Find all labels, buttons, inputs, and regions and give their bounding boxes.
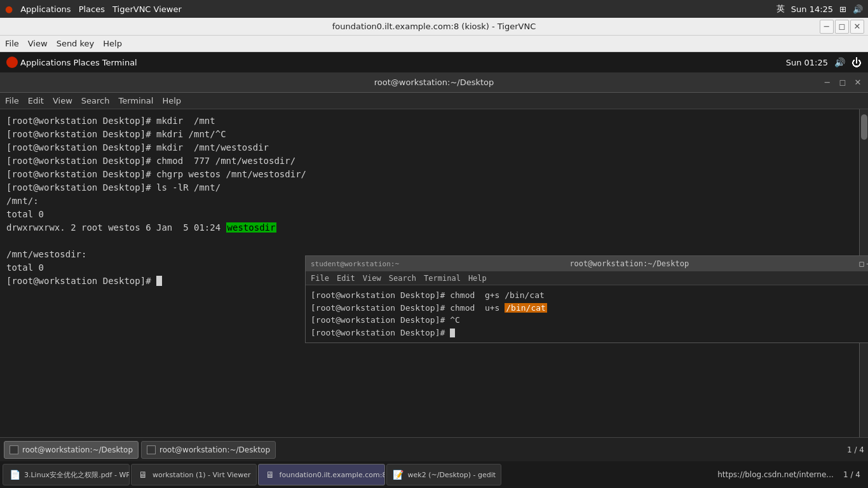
- st-menu-help[interactable]: Help: [468, 274, 487, 283]
- vnc-minimize-button[interactable]: −: [820, 20, 834, 34]
- sys-network-icon: ⊞: [839, 4, 846, 14]
- sys-task-gedit-label: wek2 (~/Desktop) - gedit: [408, 471, 496, 479]
- gedit-icon: 📝: [392, 468, 405, 481]
- vnc-menubar: File View Send key Help: [0, 36, 868, 52]
- vnc-menu-help[interactable]: Help: [103, 39, 122, 48]
- sys-vnc-viewer-menu[interactable]: TigerVNC Viewer: [112, 4, 182, 14]
- sys-volume-icon: 🔊: [853, 4, 863, 14]
- vnc-taskbar: root@workstation:~/Desktop root@workstat…: [0, 437, 868, 461]
- terminal-title: root@workstation:~/Desktop: [374, 78, 494, 87]
- terminal-window: root@workstation:~/Desktop − ◻ ✕ File Ed…: [0, 72, 868, 437]
- taskbar-terminal-icon1: [10, 445, 18, 454]
- term-line: [root@workstation Desktop]# mkdri /mnt/^…: [6, 128, 855, 141]
- terminal-menu: File Edit View Search Terminal Help: [0, 93, 868, 109]
- st-highlight: /bin/cat: [505, 303, 547, 313]
- system-taskbar: 📄 3.Linux安全优化之权限.pdf - WPS P... 🖥 workst…: [0, 461, 868, 488]
- vnc-menu-send-key[interactable]: Send key: [57, 39, 95, 48]
- vnc-close-button[interactable]: ✕: [850, 20, 864, 34]
- gnome-volume-icon: 🔊: [834, 57, 845, 67]
- sys-lang: 英: [776, 3, 785, 15]
- wps-icon: 📄: [8, 468, 21, 481]
- st-menu-search[interactable]: Search: [389, 274, 416, 283]
- taskbar-item-terminal1[interactable]: root@workstation:~/Desktop: [4, 441, 139, 459]
- gnome-app-icon: [6, 57, 18, 68]
- st-line: [root@workstation Desktop]#: [311, 327, 868, 339]
- sys-taskbar-right: https://blog.csdn.net/interne... 1 / 4: [717, 470, 865, 479]
- second-terminal-title1: student@workstation:~: [311, 260, 399, 268]
- term-line: [root@workstation Desktop]# mkdir /mnt: [6, 114, 855, 128]
- term-line: [root@workstation Desktop]# chmod 777 /m…: [6, 154, 855, 168]
- terminal-minimize-button[interactable]: −: [821, 76, 834, 89]
- vnc-task-icon: 🖥: [264, 468, 276, 481]
- gnome-power-icon[interactable]: ⏻: [851, 57, 862, 69]
- taskbar-label1: root@workstation:~/Desktop: [22, 445, 133, 454]
- st-menu-terminal[interactable]: Terminal: [424, 274, 461, 283]
- terminal-menu-terminal[interactable]: Terminal: [118, 96, 153, 105]
- term-line: [6, 234, 855, 248]
- vnc-window-title: foundation0.ilt.example.com:8 (kiosk) - …: [332, 22, 536, 31]
- virt-icon: 🖥: [137, 468, 149, 481]
- system-bar-left: ● Applications Places TigerVNC Viewer: [5, 4, 182, 14]
- system-bar: ● Applications Places TigerVNC Viewer 英 …: [0, 0, 868, 18]
- sys-task-vnc-label: foundation0.ilt.example.com:8 (kios...: [280, 471, 385, 479]
- terminal-menu-help[interactable]: Help: [162, 96, 181, 105]
- term-line: total 0: [6, 208, 855, 221]
- system-bar-right: 英 Sun 14:25 ⊞ 🔊: [776, 3, 863, 15]
- term-line: [root@workstation Desktop]# chgrp westos…: [6, 168, 855, 181]
- second-terminal-content[interactable]: [root@workstation Desktop]# chmod g+s /b…: [306, 285, 868, 342]
- gnome-places-menu[interactable]: Places: [73, 58, 99, 67]
- second-terminal-control[interactable]: □: [860, 259, 864, 268]
- term-highlight-westosdir: westosdir: [226, 222, 277, 233]
- gnome-topbar-left: Applications Places Terminal: [6, 57, 137, 68]
- taskbar-terminal-icon2: [147, 445, 156, 454]
- taskbar-label2: root@workstation:~/Desktop: [159, 445, 270, 454]
- sys-task-wps[interactable]: 📄 3.Linux安全优化之权限.pdf - WPS P...: [3, 464, 130, 485]
- terminal-titlebar: root@workstation:~/Desktop − ◻ ✕: [0, 72, 868, 93]
- vnc-menu-file[interactable]: File: [5, 39, 19, 48]
- second-terminal-window: student@workstation:~ root@workstation:~…: [305, 255, 868, 343]
- vnc-maximize-button[interactable]: ◻: [835, 20, 849, 34]
- term-line: drwxrwxrwx. 2 root westos 6 Jan 5 01:24 …: [6, 221, 855, 234]
- term-line: [root@workstation Desktop]# ls -lR /mnt/: [6, 181, 855, 194]
- terminal-window-controls[interactable]: − ◻ ✕: [821, 76, 864, 89]
- gnome-applications-menu[interactable]: Applications: [20, 58, 71, 67]
- terminal-close-button[interactable]: ✕: [851, 76, 864, 89]
- vnc-window-controls[interactable]: − ◻ ✕: [820, 20, 864, 34]
- st-line: [root@workstation Desktop]# chmod g+s /b…: [311, 289, 868, 302]
- st-line: [root@workstation Desktop]# chmod u+s /b…: [311, 302, 868, 315]
- second-terminal-title2: root@workstation:~/Desktop: [569, 259, 689, 268]
- term-line: /mnt/:: [6, 194, 855, 208]
- terminal-content-wrapper: [root@workstation Desktop]# mkdir /mnt […: [0, 109, 868, 437]
- term-line: [root@workstation Desktop]# mkdir /mnt/w…: [6, 141, 855, 154]
- vnc-menu-view[interactable]: View: [28, 39, 48, 48]
- term-cursor: [156, 276, 162, 286]
- sys-places-menu[interactable]: Places: [79, 4, 105, 14]
- gnome-topbar-right: Sun 01:25 🔊 ⏻: [786, 57, 862, 69]
- sys-task-wps-label: 3.Linux安全优化之权限.pdf - WPS P...: [24, 470, 130, 480]
- sys-task-vnc[interactable]: 🖥 foundation0.ilt.example.com:8 (kios...: [258, 464, 385, 485]
- taskbar-pager: 1 / 4: [847, 445, 864, 454]
- terminal-menu-file[interactable]: File: [5, 96, 19, 105]
- st-menu-view[interactable]: View: [363, 274, 381, 283]
- terminal-maximize-button[interactable]: ◻: [836, 76, 849, 89]
- terminal-content[interactable]: [root@workstation Desktop]# mkdir /mnt […: [0, 109, 868, 437]
- vnc-titlebar: foundation0.ilt.example.com:8 (kiosk) - …: [0, 18, 868, 36]
- second-terminal-titlebar: student@workstation:~ root@workstation:~…: [306, 256, 868, 271]
- gnome-terminal-menu[interactable]: Terminal: [102, 58, 137, 67]
- terminal-menu-search[interactable]: Search: [81, 96, 110, 105]
- sys-taskbar-pager: 1 / 4: [843, 470, 860, 479]
- sys-task-virt-label: workstation (1) - Virt Viewer: [153, 471, 251, 479]
- gnome-topbar: Applications Places Terminal Sun 01:25 🔊…: [0, 52, 868, 72]
- sys-taskbar-url: https://blog.csdn.net/interne...: [717, 470, 834, 479]
- sys-task-virt[interactable]: 🖥 workstation (1) - Virt Viewer: [131, 464, 257, 485]
- taskbar-item-terminal2[interactable]: root@workstation:~/Desktop: [141, 441, 276, 459]
- st-cursor: [450, 329, 455, 337]
- sys-task-gedit[interactable]: 📝 wek2 (~/Desktop) - gedit: [386, 464, 502, 485]
- sys-app-icon: ●: [5, 4, 13, 14]
- sys-applications-menu[interactable]: Applications: [20, 4, 71, 14]
- terminal-menu-view[interactable]: View: [53, 96, 72, 105]
- st-line: [root@workstation Desktop]# ^C: [311, 314, 868, 327]
- st-menu-file[interactable]: File: [311, 274, 329, 283]
- st-menu-edit[interactable]: Edit: [337, 274, 355, 283]
- terminal-menu-edit[interactable]: Edit: [28, 96, 44, 105]
